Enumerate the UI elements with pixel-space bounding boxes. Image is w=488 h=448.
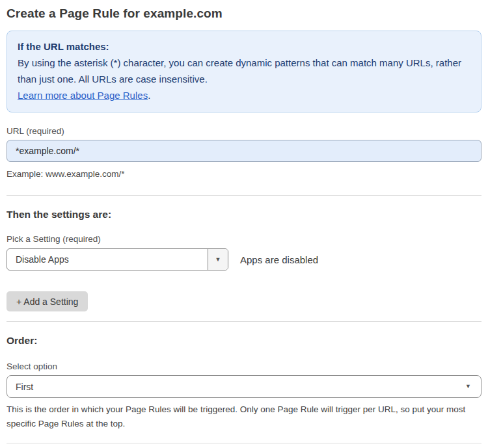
info-box-heading: If the URL matches: bbox=[18, 38, 470, 55]
order-select-label: Select option bbox=[7, 362, 481, 371]
order-helper-text: This is the order in which your Page Rul… bbox=[7, 402, 475, 431]
url-input[interactable] bbox=[7, 140, 481, 162]
setting-select[interactable]: Disable Apps ▼ bbox=[7, 248, 228, 270]
page-rule-form: Create a Page Rule for example.com If th… bbox=[0, 0, 488, 448]
url-example-helper: Example: www.example.com/* bbox=[7, 167, 481, 181]
chevron-down-icon: ▼ bbox=[215, 257, 221, 263]
url-match-info-box: If the URL matches: By using the asteris… bbox=[7, 31, 481, 112]
order-section-heading: Order: bbox=[7, 335, 481, 347]
setting-select-value: Disable Apps bbox=[7, 249, 208, 270]
link-suffix: . bbox=[148, 90, 150, 101]
setting-picker-label: Pick a Setting (required) bbox=[7, 234, 481, 244]
learn-more-link[interactable]: Learn more about Page Rules bbox=[18, 90, 148, 101]
info-box-body: By using the asterisk (*) character, you… bbox=[18, 55, 470, 87]
add-setting-button[interactable]: + Add a Setting bbox=[7, 291, 88, 311]
setting-status-text: Apps are disabled bbox=[240, 254, 318, 265]
url-field-label: URL (required) bbox=[7, 126, 481, 136]
setting-row: Disable Apps ▼ Apps are disabled bbox=[7, 248, 481, 270]
divider bbox=[7, 195, 481, 196]
setting-select-arrow-button[interactable]: ▼ bbox=[208, 249, 228, 270]
page-title: Create a Page Rule for example.com bbox=[7, 7, 481, 21]
order-select[interactable]: First ▼ bbox=[7, 375, 481, 398]
info-box-link-line: Learn more about Page Rules. bbox=[18, 87, 470, 103]
order-select-value: First bbox=[16, 382, 33, 392]
chevron-down-icon: ▼ bbox=[465, 384, 471, 389]
divider bbox=[7, 443, 481, 443]
divider bbox=[7, 321, 481, 322]
settings-section-heading: Then the settings are: bbox=[7, 209, 481, 220]
